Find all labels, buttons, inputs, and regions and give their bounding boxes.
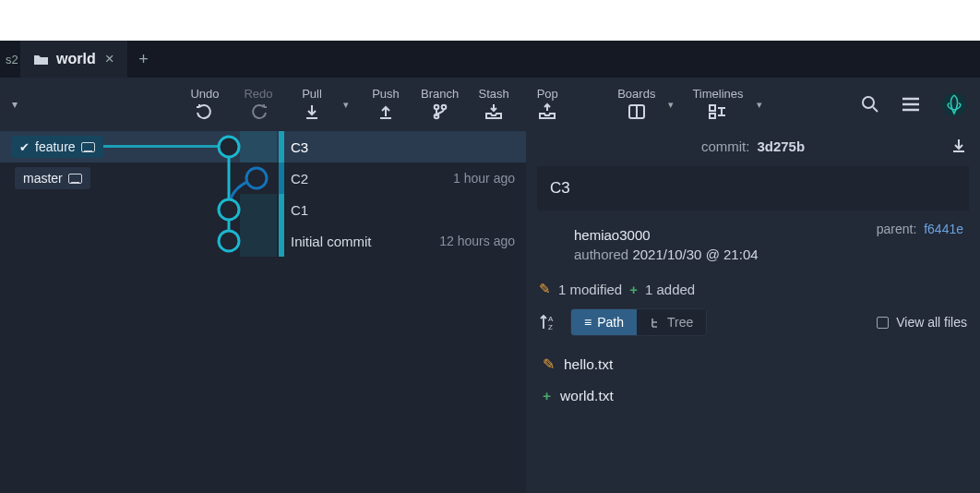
commit-time: 12 hours ago — [439, 234, 515, 248]
branch-button[interactable]: Branch — [417, 88, 462, 122]
plus-icon: + — [629, 282, 638, 297]
file-list: ✎ hello.txt + world.txt — [526, 345, 980, 415]
stash-button[interactable]: Stash — [472, 88, 516, 122]
pop-icon — [537, 102, 557, 122]
tab-active[interactable]: world × — [20, 41, 127, 78]
app-logo-icon[interactable] — [941, 91, 967, 117]
panel-toggle-caret[interactable]: ▾ — [6, 98, 24, 111]
pull-icon — [302, 102, 322, 122]
check-icon: ✔ — [19, 140, 30, 154]
view-path-button[interactable]: ≡ Path — [571, 309, 637, 335]
ref-connector — [103, 145, 221, 148]
commit-meta: hemiao3000 authored 2021/10/30 @ 21:04 p… — [526, 216, 980, 275]
laptop-icon — [68, 174, 82, 184]
commit-graph-pane[interactable]: C3 C2 1 hour ago C1 Initial commit 12 ho… — [0, 131, 526, 493]
window-max-icon[interactable] — [890, 0, 908, 18]
parent-hash[interactable]: f6441e — [924, 222, 963, 236]
window-close-icon[interactable] — [945, 0, 963, 18]
view-tree-button[interactable]: Tree — [637, 309, 706, 335]
commit-detail-pane: commit: 3d275b C3 hemiao3000 authored 20… — [526, 131, 980, 493]
timelines-button[interactable]: Timelines — [688, 88, 747, 122]
svg-point-0 — [434, 104, 438, 109]
download-icon[interactable] — [950, 138, 967, 154]
commit-message: C3 — [291, 139, 308, 155]
menu-icon[interactable] — [901, 96, 921, 113]
push-icon — [376, 102, 396, 122]
push-button[interactable]: Push — [364, 88, 408, 122]
commit-message-box[interactable]: C3 — [537, 166, 969, 210]
timelines-icon — [708, 102, 728, 122]
tree-icon — [650, 317, 662, 329]
ref-name: feature — [35, 139, 76, 154]
undo-icon — [195, 102, 215, 122]
pencil-icon: ✎ — [539, 281, 551, 297]
list-icon: ≡ — [584, 315, 592, 330]
tab-add-button[interactable]: + — [127, 50, 161, 69]
tick — [279, 162, 284, 194]
modified-count: 1 modified — [558, 282, 622, 297]
ref-label-feature[interactable]: ✔ feature — [11, 136, 103, 158]
svg-point-6 — [863, 97, 874, 108]
commit-message: C1 — [291, 202, 308, 218]
ref-name: master — [23, 171, 63, 186]
stash-icon — [484, 102, 504, 122]
tick — [279, 225, 284, 257]
pull-button[interactable]: Pull — [290, 88, 334, 122]
commit-time: 1 hour ago — [453, 171, 515, 186]
close-icon[interactable]: × — [105, 50, 114, 68]
tick — [279, 194, 284, 225]
redo-button[interactable]: Redo — [236, 88, 281, 122]
commit-row[interactable]: Initial commit 12 hours ago — [0, 225, 526, 257]
search-icon[interactable] — [860, 94, 880, 114]
branch-icon — [430, 102, 450, 122]
authored-label: authored — [574, 246, 628, 262]
commit-message-text: C3 — [550, 179, 570, 198]
svg-point-2 — [441, 104, 446, 109]
tick — [279, 131, 284, 162]
tab-prev-stub[interactable]: s2 — [0, 53, 20, 66]
file-row[interactable]: ✎ hello.txt — [530, 349, 976, 380]
pencil-icon: ✎ — [543, 356, 555, 373]
laptop-icon — [81, 142, 95, 152]
redo-icon — [248, 102, 269, 122]
parent-label: parent: — [877, 222, 917, 236]
boards-icon — [627, 102, 647, 122]
tab-label: world — [56, 51, 96, 67]
window-titlebar — [0, 0, 980, 41]
folder-icon — [33, 53, 49, 66]
view-all-files-toggle[interactable]: View all files — [877, 315, 967, 330]
ref-label-master[interactable]: master — [15, 167, 90, 189]
commit-message: Initial commit — [291, 234, 372, 249]
file-name: world.txt — [560, 388, 614, 404]
pull-dropdown[interactable]: ▾ — [343, 99, 354, 111]
undo-button[interactable]: Undo — [183, 88, 227, 122]
pop-button[interactable]: Pop — [525, 88, 569, 122]
file-name: hello.txt — [564, 356, 613, 373]
svg-text:A: A — [548, 315, 554, 323]
tab-strip: s2 world × + — [0, 41, 980, 78]
change-stats: ✎ 1 modified + 1 added — [526, 275, 980, 307]
plus-icon: + — [543, 388, 551, 404]
commit-message: C2 — [291, 171, 308, 186]
detail-header: commit: 3d275b — [526, 131, 980, 161]
added-count: 1 added — [645, 282, 695, 297]
window-min-icon[interactable] — [834, 0, 853, 18]
svg-text:Z: Z — [548, 323, 553, 331]
authored-time: 2021/10/30 @ 21:04 — [632, 246, 758, 262]
commit-label: commit: — [701, 138, 750, 154]
file-row[interactable]: + world.txt — [530, 380, 976, 412]
commit-row[interactable]: C1 — [0, 194, 526, 225]
sort-icon[interactable]: AZ — [539, 313, 556, 331]
view-mode-segment: ≡ Path Tree — [570, 308, 707, 336]
boards-dropdown[interactable]: ▾ — [668, 99, 679, 111]
commit-hash[interactable]: 3d275b — [757, 138, 805, 154]
timelines-dropdown[interactable]: ▾ — [757, 99, 768, 111]
checkbox-icon[interactable] — [877, 317, 889, 329]
svg-rect-4 — [710, 105, 715, 111]
toolbar: ▾ Undo Redo Pull ▾ Push Branch Stash Pop — [0, 78, 980, 131]
boards-button[interactable]: Boards — [614, 88, 659, 122]
svg-rect-5 — [710, 114, 715, 118]
